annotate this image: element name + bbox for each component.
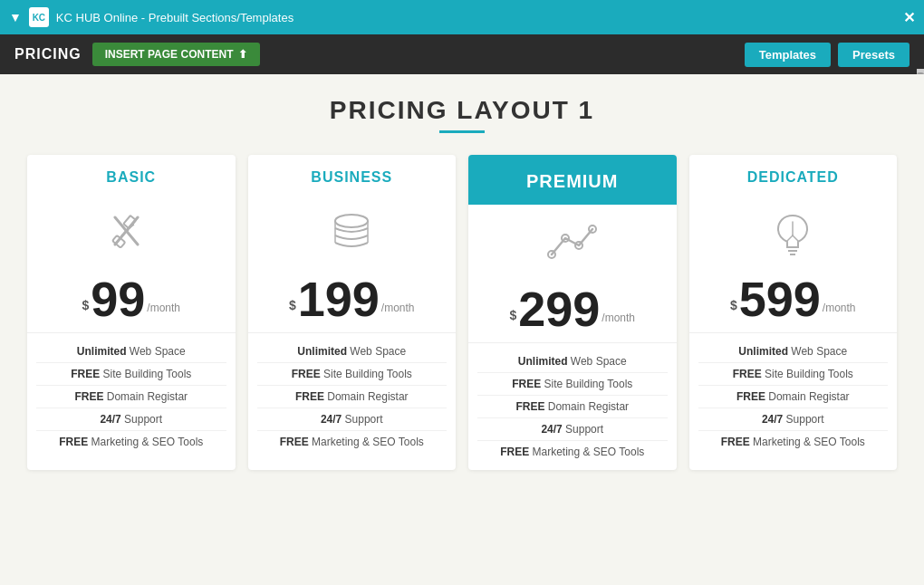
basic-price: 99 bbox=[91, 274, 145, 323]
premium-price-row: $ 299 /month bbox=[468, 279, 677, 342]
basic-icon bbox=[100, 206, 163, 260]
dedicated-currency: $ bbox=[730, 298, 737, 323]
basic-period: /month bbox=[147, 302, 180, 323]
feature-item: 24/7 Support bbox=[477, 418, 668, 441]
dedicated-period: /month bbox=[823, 302, 856, 323]
basic-card-header: BASIC bbox=[27, 155, 236, 195]
business-card-header: BUSINESS bbox=[248, 155, 457, 195]
svg-line-15 bbox=[787, 235, 793, 241]
feature-item: 24/7 Support bbox=[36, 408, 226, 431]
header-bar: PRICING INSERT PAGE CONTENT ⬆ Templates … bbox=[0, 34, 924, 74]
title-bar: ▼ KC KC HUB Online - Prebuilt Sections/T… bbox=[0, 0, 924, 34]
insert-label: INSERT PAGE CONTENT bbox=[105, 48, 234, 61]
app-logo: KC bbox=[29, 7, 49, 27]
feature-item: Unlimited Web Space bbox=[36, 340, 226, 363]
business-price: 199 bbox=[298, 274, 380, 323]
business-features: Unlimited Web Space FREE Site Building T… bbox=[248, 332, 457, 460]
business-plan-name: BUSINESS bbox=[257, 169, 448, 186]
feature-item: Unlimited Web Space bbox=[477, 350, 668, 373]
header-left: PRICING INSERT PAGE CONTENT ⬆ bbox=[14, 43, 260, 66]
feature-item: 24/7 Support bbox=[698, 408, 889, 431]
premium-plan-name: PREMIUM bbox=[477, 171, 668, 192]
header-right: Templates Presets bbox=[745, 43, 910, 67]
dedicated-card: DEDICATED $ 599 /month bbox=[689, 155, 898, 470]
content-area: PRICING LAYOUT 1 BASIC $ 99 bbox=[0, 74, 924, 585]
basic-features: Unlimited Web Space FREE Site Building T… bbox=[27, 332, 236, 460]
title-bar-left: ▼ KC KC HUB Online - Prebuilt Sections/T… bbox=[9, 7, 294, 27]
insert-content-button[interactable]: INSERT PAGE CONTENT ⬆ bbox=[92, 43, 261, 66]
feature-item: 24/7 Support bbox=[257, 408, 448, 431]
business-icon bbox=[320, 206, 383, 260]
svg-line-16 bbox=[793, 235, 798, 241]
svg-point-6 bbox=[335, 215, 368, 227]
business-price-row: $ 199 /month bbox=[248, 269, 457, 332]
title-underline bbox=[439, 130, 485, 133]
close-button[interactable]: ✕ bbox=[903, 9, 915, 26]
feature-item: FREE Domain Registar bbox=[36, 386, 226, 408]
dedicated-features: Unlimited Web Space FREE Site Building T… bbox=[689, 332, 898, 460]
dedicated-card-header: DEDICATED bbox=[689, 155, 898, 195]
page-title: PRICING bbox=[14, 46, 82, 62]
feature-item: FREE Marketing & SEO Tools bbox=[477, 441, 668, 463]
premium-card-header: PREMIUM bbox=[468, 155, 677, 205]
business-period: /month bbox=[381, 302, 415, 323]
business-card: BUSINESS $ 199 /month Unlimited bbox=[248, 155, 457, 470]
dedicated-price: 599 bbox=[739, 274, 821, 323]
premium-card: PREMIUM $ 299 /month Unlimited Web Space bbox=[468, 155, 677, 470]
feature-item: FREE Site Building Tools bbox=[36, 363, 226, 386]
premium-currency: $ bbox=[509, 308, 516, 333]
basic-card: BASIC $ 99 /month Unlimited Web bbox=[27, 155, 236, 470]
svg-rect-3 bbox=[124, 216, 137, 228]
feature-item: FREE Marketing & SEO Tools bbox=[698, 431, 889, 453]
premium-features: Unlimited Web Space FREE Site Building T… bbox=[468, 342, 677, 470]
pricing-cards-container: BASIC $ 99 /month Unlimited Web bbox=[27, 155, 897, 470]
feature-item: FREE Site Building Tools bbox=[257, 363, 448, 386]
feature-item: FREE Domain Registar bbox=[477, 396, 668, 418]
premium-price: 299 bbox=[518, 284, 600, 333]
basic-price-row: $ 99 /month bbox=[27, 269, 236, 332]
business-currency: $ bbox=[289, 298, 296, 323]
upload-icon: ⬆ bbox=[238, 48, 247, 61]
feature-item: FREE Domain Registar bbox=[698, 386, 889, 408]
feature-item: FREE Site Building Tools bbox=[698, 363, 889, 386]
feature-item: FREE Site Building Tools bbox=[477, 373, 668, 396]
dedicated-plan-name: DEDICATED bbox=[698, 169, 889, 186]
basic-currency: $ bbox=[82, 298, 89, 323]
dedicated-icon bbox=[761, 206, 824, 260]
feature-item: Unlimited Web Space bbox=[698, 340, 889, 363]
dedicated-price-row: $ 599 /month bbox=[689, 269, 898, 332]
feature-item: FREE Domain Registar bbox=[257, 386, 448, 408]
pricing-layout-title: PRICING LAYOUT 1 bbox=[18, 96, 906, 125]
feature-item: FREE Marketing & SEO Tools bbox=[257, 431, 448, 453]
basic-plan-name: BASIC bbox=[36, 169, 226, 186]
dropdown-arrow[interactable]: ▼ bbox=[9, 10, 22, 24]
templates-button[interactable]: Templates bbox=[745, 43, 831, 67]
feature-item: FREE Marketing & SEO Tools bbox=[36, 431, 226, 453]
premium-period: /month bbox=[602, 312, 635, 333]
premium-icon bbox=[541, 216, 604, 270]
presets-button[interactable]: Presets bbox=[838, 43, 910, 67]
title-bar-title: KC HUB Online - Prebuilt Sections/Templa… bbox=[56, 11, 294, 24]
feature-item: Unlimited Web Space bbox=[257, 340, 448, 363]
